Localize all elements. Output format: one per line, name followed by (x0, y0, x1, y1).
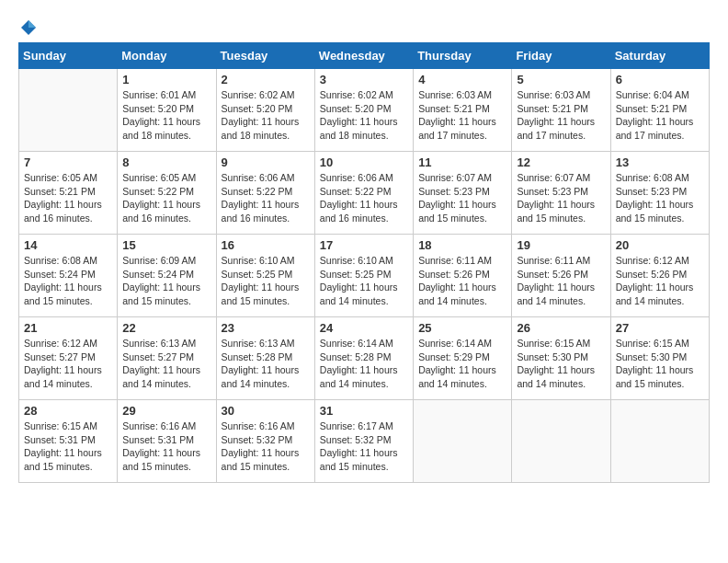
day-info: Sunrise: 6:13 AMSunset: 5:28 PMDaylight:… (222, 337, 310, 391)
calendar-week-1: 1Sunrise: 6:01 AMSunset: 5:20 PMDaylight… (19, 69, 710, 152)
logo (18, 18, 39, 33)
day-header-tuesday: Tuesday (216, 43, 314, 69)
calendar-cell: 16Sunrise: 6:10 AMSunset: 5:25 PMDayligh… (216, 235, 314, 317)
calendar-cell: 18Sunrise: 6:11 AMSunset: 5:26 PMDayligh… (414, 235, 512, 317)
day-info: Sunrise: 6:12 AMSunset: 5:27 PMDaylight:… (24, 337, 112, 391)
calendar-week-5: 28Sunrise: 6:15 AMSunset: 5:31 PMDayligh… (19, 400, 710, 483)
day-number: 11 (418, 155, 506, 169)
day-info: Sunrise: 6:15 AMSunset: 5:30 PMDaylight:… (517, 337, 605, 391)
day-number: 29 (122, 404, 210, 418)
day-number: 20 (616, 238, 704, 252)
day-info: Sunrise: 6:13 AMSunset: 5:27 PMDaylight:… (122, 337, 210, 391)
day-info: Sunrise: 6:11 AMSunset: 5:26 PMDaylight:… (517, 254, 605, 308)
calendar-cell: 5Sunrise: 6:03 AMSunset: 5:21 PMDaylight… (512, 69, 610, 152)
day-header-wednesday: Wednesday (314, 43, 413, 69)
day-info: Sunrise: 6:07 AMSunset: 5:23 PMDaylight:… (517, 171, 605, 225)
svg-marker-1 (28, 20, 36, 28)
calendar-cell: 20Sunrise: 6:12 AMSunset: 5:26 PMDayligh… (610, 235, 709, 317)
day-number: 25 (418, 321, 506, 335)
day-info: Sunrise: 6:08 AMSunset: 5:23 PMDaylight:… (616, 171, 704, 225)
day-number: 27 (616, 321, 704, 335)
calendar-cell: 21Sunrise: 6:12 AMSunset: 5:27 PMDayligh… (19, 317, 118, 400)
day-info: Sunrise: 6:01 AMSunset: 5:20 PMDaylight:… (122, 88, 210, 143)
day-number: 18 (418, 238, 506, 252)
calendar-cell: 17Sunrise: 6:10 AMSunset: 5:25 PMDayligh… (314, 235, 413, 317)
day-number: 3 (320, 73, 408, 86)
calendar-cell: 6Sunrise: 6:04 AMSunset: 5:21 PMDaylight… (610, 69, 709, 152)
day-info: Sunrise: 6:08 AMSunset: 5:24 PMDaylight:… (24, 254, 112, 308)
calendar-cell: 11Sunrise: 6:07 AMSunset: 5:23 PMDayligh… (414, 152, 512, 235)
calendar-cell: 9Sunrise: 6:06 AMSunset: 5:22 PMDaylight… (216, 152, 314, 235)
day-number: 5 (517, 73, 605, 86)
calendar-cell (512, 400, 610, 483)
day-number: 17 (320, 238, 408, 252)
calendar-cell: 19Sunrise: 6:11 AMSunset: 5:26 PMDayligh… (512, 235, 610, 317)
day-number: 15 (122, 238, 210, 252)
day-number: 28 (24, 404, 112, 418)
day-number: 12 (517, 155, 605, 169)
calendar-cell (414, 400, 512, 483)
calendar-week-2: 7Sunrise: 6:05 AMSunset: 5:21 PMDaylight… (19, 152, 710, 235)
day-info: Sunrise: 6:16 AMSunset: 5:32 PMDaylight:… (222, 419, 310, 474)
calendar-cell: 23Sunrise: 6:13 AMSunset: 5:28 PMDayligh… (216, 317, 314, 400)
day-info: Sunrise: 6:16 AMSunset: 5:31 PMDaylight:… (122, 419, 210, 474)
calendar-cell: 28Sunrise: 6:15 AMSunset: 5:31 PMDayligh… (19, 400, 118, 483)
calendar-cell: 7Sunrise: 6:05 AMSunset: 5:21 PMDaylight… (19, 152, 118, 235)
day-info: Sunrise: 6:04 AMSunset: 5:21 PMDaylight:… (616, 88, 704, 143)
day-info: Sunrise: 6:10 AMSunset: 5:25 PMDaylight:… (320, 254, 408, 308)
calendar-cell: 3Sunrise: 6:02 AMSunset: 5:20 PMDaylight… (314, 69, 413, 152)
day-header-monday: Monday (118, 43, 216, 69)
day-info: Sunrise: 6:15 AMSunset: 5:31 PMDaylight:… (24, 419, 112, 474)
calendar-cell: 30Sunrise: 6:16 AMSunset: 5:32 PMDayligh… (216, 400, 314, 483)
day-number: 9 (222, 155, 310, 169)
calendar-table: SundayMondayTuesdayWednesdayThursdayFrid… (18, 42, 710, 483)
day-info: Sunrise: 6:17 AMSunset: 5:32 PMDaylight:… (320, 419, 408, 474)
day-number: 26 (517, 321, 605, 335)
day-info: Sunrise: 6:09 AMSunset: 5:24 PMDaylight:… (122, 254, 210, 308)
calendar-cell: 1Sunrise: 6:01 AMSunset: 5:20 PMDaylight… (118, 69, 216, 152)
day-info: Sunrise: 6:06 AMSunset: 5:22 PMDaylight:… (222, 171, 310, 225)
day-info: Sunrise: 6:14 AMSunset: 5:28 PMDaylight:… (320, 337, 408, 391)
day-number: 21 (24, 321, 112, 335)
logo-icon (19, 18, 38, 37)
calendar-cell: 15Sunrise: 6:09 AMSunset: 5:24 PMDayligh… (118, 235, 216, 317)
calendar-cell: 27Sunrise: 6:15 AMSunset: 5:30 PMDayligh… (610, 317, 709, 400)
day-number: 23 (222, 321, 310, 335)
day-info: Sunrise: 6:11 AMSunset: 5:26 PMDaylight:… (418, 254, 506, 308)
day-info: Sunrise: 6:07 AMSunset: 5:23 PMDaylight:… (418, 171, 506, 225)
calendar-header-row: SundayMondayTuesdayWednesdayThursdayFrid… (19, 43, 710, 69)
day-header-sunday: Sunday (19, 43, 118, 69)
calendar-week-4: 21Sunrise: 6:12 AMSunset: 5:27 PMDayligh… (19, 317, 710, 400)
day-info: Sunrise: 6:02 AMSunset: 5:20 PMDaylight:… (222, 88, 310, 143)
day-number: 8 (122, 155, 210, 169)
day-number: 13 (616, 155, 704, 169)
day-info: Sunrise: 6:05 AMSunset: 5:22 PMDaylight:… (122, 171, 210, 225)
calendar-cell: 24Sunrise: 6:14 AMSunset: 5:28 PMDayligh… (314, 317, 413, 400)
day-info: Sunrise: 6:15 AMSunset: 5:30 PMDaylight:… (616, 337, 704, 391)
calendar-cell: 14Sunrise: 6:08 AMSunset: 5:24 PMDayligh… (19, 235, 118, 317)
day-info: Sunrise: 6:14 AMSunset: 5:29 PMDaylight:… (418, 337, 506, 391)
calendar-cell: 25Sunrise: 6:14 AMSunset: 5:29 PMDayligh… (414, 317, 512, 400)
day-number: 30 (222, 404, 310, 418)
day-number: 4 (418, 73, 506, 86)
day-header-thursday: Thursday (414, 43, 512, 69)
day-info: Sunrise: 6:10 AMSunset: 5:25 PMDaylight:… (222, 254, 310, 308)
day-number: 22 (122, 321, 210, 335)
day-number: 31 (320, 404, 408, 418)
day-info: Sunrise: 6:12 AMSunset: 5:26 PMDaylight:… (616, 254, 704, 308)
calendar-cell: 10Sunrise: 6:06 AMSunset: 5:22 PMDayligh… (314, 152, 413, 235)
calendar-cell: 29Sunrise: 6:16 AMSunset: 5:31 PMDayligh… (118, 400, 216, 483)
day-number: 10 (320, 155, 408, 169)
day-info: Sunrise: 6:06 AMSunset: 5:22 PMDaylight:… (320, 171, 408, 225)
day-number: 7 (24, 155, 112, 169)
calendar-cell: 26Sunrise: 6:15 AMSunset: 5:30 PMDayligh… (512, 317, 610, 400)
calendar-cell: 2Sunrise: 6:02 AMSunset: 5:20 PMDaylight… (216, 69, 314, 152)
page-header (18, 18, 710, 33)
day-number: 24 (320, 321, 408, 335)
calendar-cell: 13Sunrise: 6:08 AMSunset: 5:23 PMDayligh… (610, 152, 709, 235)
day-number: 19 (517, 238, 605, 252)
calendar-cell (610, 400, 709, 483)
day-info: Sunrise: 6:03 AMSunset: 5:21 PMDaylight:… (418, 88, 506, 143)
calendar-cell: 8Sunrise: 6:05 AMSunset: 5:22 PMDaylight… (118, 152, 216, 235)
day-info: Sunrise: 6:02 AMSunset: 5:20 PMDaylight:… (320, 88, 408, 143)
